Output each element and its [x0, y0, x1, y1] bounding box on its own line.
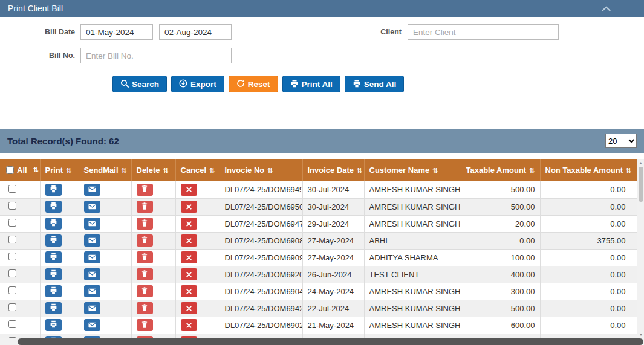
row-print-button[interactable]: [45, 184, 62, 196]
row-delete-button[interactable]: [137, 251, 153, 263]
header-taxable-amount[interactable]: Taxable Amount⇅: [461, 159, 540, 181]
row-sendmail-button[interactable]: [84, 251, 100, 263]
header-invoice-no[interactable]: Invocie No⇅: [220, 159, 302, 181]
scroll-up-arrow[interactable]: ▲: [637, 159, 644, 166]
row-cancel-button[interactable]: [181, 251, 197, 263]
vertical-scroll-thumb[interactable]: [639, 167, 643, 202]
page-size-select[interactable]: 20: [605, 134, 637, 148]
row-cancel-button[interactable]: [181, 302, 197, 314]
envelope-icon: [88, 287, 96, 296]
row-print-button[interactable]: [45, 201, 62, 213]
row-cancel-button[interactable]: [181, 201, 197, 213]
row-cancel-button[interactable]: [181, 268, 197, 280]
bill-no-input[interactable]: [80, 48, 232, 63]
collapse-panel-button[interactable]: [602, 4, 611, 13]
header-sendmail[interactable]: SendMail⇅: [79, 159, 131, 181]
sort-icon: ⇅: [209, 167, 215, 174]
row-checkbox[interactable]: [8, 219, 16, 227]
cell-invoice-no: DL07/24-25/DOM6942: [220, 300, 302, 317]
row-delete-button[interactable]: [137, 285, 153, 297]
export-button[interactable]: Export: [171, 76, 224, 92]
trash-icon: [141, 321, 148, 330]
row-sendmail-button[interactable]: [84, 285, 100, 297]
printer-icon: [50, 286, 57, 296]
cell-taxable-amount: 20.00: [461, 215, 540, 232]
row-checkbox[interactable]: [8, 303, 16, 311]
client-input[interactable]: [408, 24, 559, 40]
horizontal-scroll-thumb[interactable]: [18, 338, 643, 345]
row-sendmail-button[interactable]: [84, 268, 100, 280]
printer-icon: [50, 320, 57, 330]
header-print[interactable]: Print⇅: [40, 159, 79, 181]
cell-invoice-no: DL07/24-25/DOM6950: [220, 198, 302, 215]
cell-invoice-date: 22-Jul-2024: [302, 300, 364, 317]
header-cancel[interactable]: Cancel⇅: [175, 159, 220, 181]
sort-icon: ⇅: [267, 167, 273, 174]
row-checkbox[interactable]: [8, 185, 16, 193]
sort-icon: ⇅: [432, 167, 438, 174]
page-title: Print Client Bill: [8, 4, 63, 13]
print-all-button[interactable]: Print All: [282, 76, 340, 92]
bill-date-to-input[interactable]: [159, 24, 232, 40]
horizontal-scrollbar[interactable]: [0, 338, 644, 345]
printer-icon: [50, 253, 57, 262]
table-body: DL07/24-25/DOM6949 30-Jul-2024 AMRESH KU…: [0, 181, 644, 338]
row-delete-button[interactable]: [137, 184, 153, 196]
row-checkbox[interactable]: [8, 253, 16, 260]
row-sendmail-button[interactable]: [84, 302, 100, 314]
row-sendmail-button[interactable]: [84, 319, 100, 331]
bill-date-from-input[interactable]: [80, 24, 153, 40]
row-print-button[interactable]: [45, 218, 62, 230]
row-checkbox[interactable]: [8, 202, 16, 210]
row-cancel-button[interactable]: [181, 319, 197, 331]
header-invoice-date[interactable]: Invoice Date⇅: [302, 159, 364, 181]
cell-invoice-no: DL07/24-25/DOM6908: [220, 232, 302, 249]
cell-invoice-no: DL07/24-25/DOM6902: [220, 317, 302, 334]
row-print-button[interactable]: [45, 285, 62, 297]
row-sendmail-button[interactable]: [84, 184, 100, 196]
cell-customer-name: AMRESH KUMAR SINGH: [364, 215, 461, 232]
scroll-down-arrow[interactable]: ▼: [637, 330, 644, 338]
search-button[interactable]: Search: [112, 76, 167, 92]
send-all-button[interactable]: Send All: [345, 76, 405, 92]
row-sendmail-button[interactable]: [84, 234, 100, 247]
reset-button[interactable]: Reset: [229, 76, 278, 92]
row-delete-button[interactable]: [137, 201, 153, 213]
row-checkbox[interactable]: [8, 269, 16, 277]
sort-icon: ⇅: [66, 167, 71, 174]
row-checkbox[interactable]: [8, 236, 16, 243]
row-delete-button[interactable]: [137, 302, 153, 314]
row-checkbox[interactable]: [8, 320, 16, 328]
row-print-button[interactable]: [45, 302, 62, 314]
row-delete-button[interactable]: [137, 234, 153, 247]
row-sendmail-button[interactable]: [84, 201, 100, 213]
row-print-button[interactable]: [45, 234, 62, 247]
row-delete-button[interactable]: [137, 218, 153, 230]
header-customer-name[interactable]: Customer Name⇅: [364, 159, 461, 181]
vertical-scrollbar[interactable]: ▲ ▼: [637, 159, 644, 338]
row-print-button[interactable]: [45, 319, 62, 331]
trash-icon: [141, 236, 148, 245]
row-cancel-button[interactable]: [181, 234, 197, 247]
row-cancel-button[interactable]: [181, 285, 197, 297]
cell-taxable-amount: 0.00: [461, 232, 540, 249]
cell-non-taxable-amount: 0.00: [540, 300, 631, 317]
row-checkbox[interactable]: [8, 286, 16, 294]
printer-icon: [50, 269, 57, 279]
select-all-checkbox[interactable]: [6, 166, 14, 174]
row-cancel-button[interactable]: [181, 184, 197, 196]
row-print-button[interactable]: [45, 251, 62, 263]
table-row: DL07/24-25/DOM6902 21-May-2024 AMRESH KU…: [0, 317, 644, 334]
table-row: DL07/24-25/DOM6904 24-May-2024 AMRESH KU…: [0, 283, 644, 300]
cell-customer-name: AMRESH KUMAR SINGH: [364, 283, 461, 300]
row-delete-button[interactable]: [137, 268, 153, 280]
header-all[interactable]: All: [17, 166, 27, 175]
header-non-taxable-amount[interactable]: Non Taxable Amount⇅: [540, 159, 631, 181]
header-delete[interactable]: Delete⇅: [131, 159, 175, 181]
row-print-button[interactable]: [45, 268, 62, 280]
row-delete-button[interactable]: [137, 319, 153, 331]
row-cancel-button[interactable]: [181, 218, 197, 230]
trash-icon: [141, 219, 148, 228]
cell-invoice-date: 27-May-2024: [302, 249, 364, 266]
row-sendmail-button[interactable]: [84, 218, 100, 230]
